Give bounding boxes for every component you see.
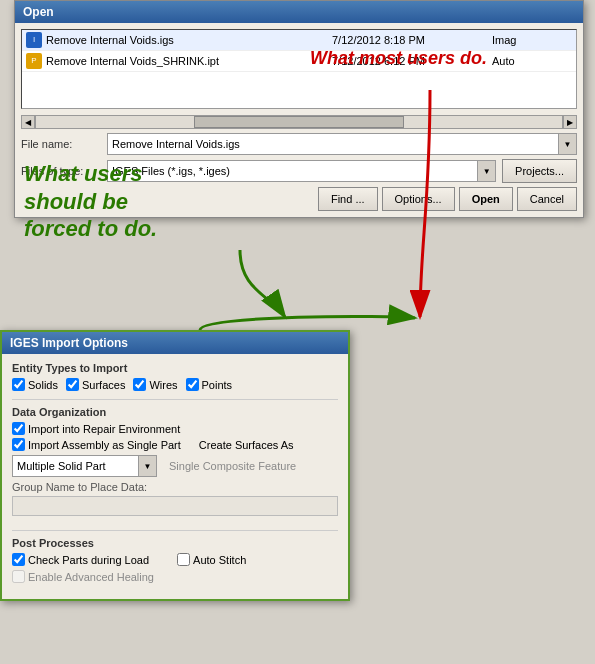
advanced-healing-checkbox[interactable] <box>12 570 25 583</box>
options-button[interactable]: Options... <box>382 187 455 211</box>
single-composite-feature: Single Composite Feature <box>165 458 300 474</box>
dropdown-value: Multiple Solid Part <box>13 460 138 472</box>
group-name-input[interactable] <box>12 496 338 516</box>
filename-label: File name: <box>21 138 101 150</box>
cancel-button[interactable]: Cancel <box>517 187 577 211</box>
file-name-2: Remove Internal Voids_SHRINK.ipt <box>46 55 219 67</box>
group-name-label: Group Name to Place Data: <box>12 481 338 493</box>
check-parts-label: Check Parts during Load <box>28 554 149 566</box>
solids-label: Solids <box>28 379 58 391</box>
annotation-what-users-should: What usersshould beforced to do. <box>24 160 157 243</box>
file-row[interactable]: P Remove Internal Voids_SHRINK.ipt 7/12/… <box>22 51 576 72</box>
file-list-area[interactable]: I Remove Internal Voids.igs 7/12/2012 8:… <box>21 29 577 109</box>
wires-checkbox[interactable] <box>133 378 146 391</box>
points-checkbox[interactable] <box>186 378 199 391</box>
wires-checkbox-item: Wires <box>133 378 177 391</box>
file-date-1: 7/12/2012 8:18 PM <box>332 34 492 46</box>
filename-dropdown[interactable]: Remove Internal Voids.igs ▼ <box>107 133 577 155</box>
points-checkbox-item: Points <box>186 378 233 391</box>
import-assembly-row: Import Assembly as Single Part Create Su… <box>12 438 338 451</box>
file-icon-ipt: P <box>26 53 42 69</box>
auto-stitch-item: Auto Stitch <box>177 553 246 566</box>
filename-dropdown-arrow[interactable]: ▼ <box>558 134 576 154</box>
file-row[interactable]: I Remove Internal Voids.igs 7/12/2012 8:… <box>22 30 576 51</box>
post-checkboxes-row: Check Parts during Load Auto Stitch <box>12 553 338 566</box>
iges-import-dialog: IGES Import Options Entity Types to Impo… <box>0 330 350 601</box>
file-icon-igs: I <box>26 32 42 48</box>
filename-value: Remove Internal Voids.igs <box>108 138 558 150</box>
file-name-1: Remove Internal Voids.igs <box>46 34 174 46</box>
filename-row: File name: Remove Internal Voids.igs ▼ <box>21 133 577 155</box>
data-org-label: Data Organization <box>12 406 338 418</box>
import-repair-checkbox[interactable] <box>12 422 25 435</box>
check-parts-checkbox[interactable] <box>12 553 25 566</box>
green-arrow-from-iges <box>200 316 415 330</box>
green-arrow-to-options <box>240 250 285 317</box>
post-processes-label: Post Processes <box>12 537 338 549</box>
scrollbar-area: ◀ ▶ <box>21 115 577 129</box>
dropdown-static-row: Multiple Solid Part ▼ Single Composite F… <box>12 455 338 477</box>
import-assembly-item: Import Assembly as Single Part <box>12 438 181 451</box>
surfaces-checkbox-item: Surfaces <box>66 378 125 391</box>
import-repair-item: Import into Repair Environment <box>12 422 338 435</box>
filetype-value: IGES Files (*.igs, *.iges) <box>108 165 477 177</box>
file-dialog-titlebar: Open <box>15 1 583 23</box>
horizontal-scrollbar[interactable] <box>35 115 563 129</box>
iges-titlebar: IGES Import Options <box>2 332 348 354</box>
entity-types-section: Entity Types to Import Solids Surfaces W… <box>12 362 338 391</box>
import-assembly-label: Import Assembly as Single Part <box>28 439 181 451</box>
solids-checkbox-item: Solids <box>12 378 58 391</box>
auto-stitch-checkbox[interactable] <box>177 553 190 566</box>
surfaces-label: Surfaces <box>82 379 125 391</box>
import-assembly-checkbox[interactable] <box>12 438 25 451</box>
file-type-2: Auto <box>492 55 572 67</box>
surfaces-checkbox[interactable] <box>66 378 79 391</box>
data-org-section: Data Organization Import into Repair Env… <box>12 406 338 522</box>
wires-label: Wires <box>149 379 177 391</box>
advanced-healing-label: Enable Advanced Healing <box>28 571 154 583</box>
create-surfaces-label: Create Surfaces As <box>199 439 294 451</box>
entity-types-label: Entity Types to Import <box>12 362 338 374</box>
file-dialog-title: Open <box>23 5 54 19</box>
annotation-what-most-users: What most users do. <box>310 48 487 70</box>
dropdown-arrow[interactable]: ▼ <box>138 456 156 476</box>
solid-part-dropdown[interactable]: Multiple Solid Part ▼ <box>12 455 157 477</box>
projects-button[interactable]: Projects... <box>502 159 577 183</box>
iges-body: Entity Types to Import Solids Surfaces W… <box>2 354 348 599</box>
scroll-right-arrow[interactable]: ▶ <box>563 115 577 129</box>
check-parts-item: Check Parts during Load <box>12 553 149 566</box>
open-button[interactable]: Open <box>459 187 513 211</box>
import-repair-label: Import into Repair Environment <box>28 423 180 435</box>
points-label: Points <box>202 379 233 391</box>
iges-title: IGES Import Options <box>10 336 128 350</box>
find-button[interactable]: Find ... <box>318 187 378 211</box>
entity-checkboxes: Solids Surfaces Wires Points <box>12 378 338 391</box>
advanced-healing-item: Enable Advanced Healing <box>12 570 338 583</box>
solids-checkbox[interactable] <box>12 378 25 391</box>
filetype-dropdown[interactable]: IGES Files (*.igs, *.iges) ▼ <box>107 160 496 182</box>
file-type-1: Imag <box>492 34 572 46</box>
filetype-dropdown-arrow[interactable]: ▼ <box>477 161 495 181</box>
post-processes-section: Post Processes Check Parts during Load A… <box>12 537 338 583</box>
auto-stitch-label: Auto Stitch <box>193 554 246 566</box>
scroll-left-arrow[interactable]: ◀ <box>21 115 35 129</box>
